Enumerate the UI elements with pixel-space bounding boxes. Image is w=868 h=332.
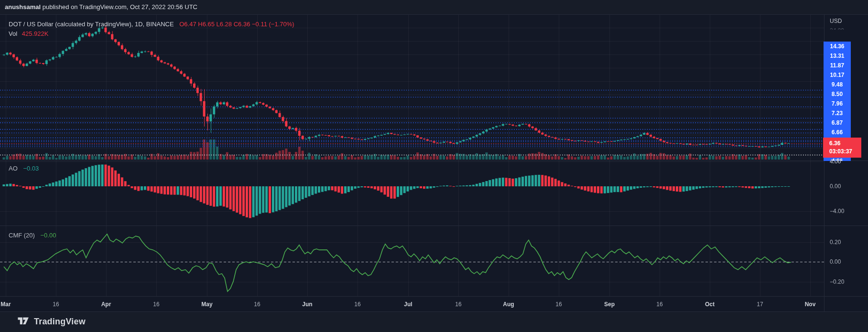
publish-attribution: anushsamal published on TradingView.com,… xyxy=(5,3,197,11)
tradingview-logo-icon xyxy=(17,315,30,328)
time-axis-label: 17 xyxy=(757,301,763,308)
time-axis[interactable]: Mar16Apr16May16Jun16Jul16Aug16Sep16Oct17… xyxy=(0,296,824,311)
ohlc-readout: O6.47 H6.65 L6.28 C6.36 −0.11 (−1.70%) xyxy=(179,21,294,28)
current-price-label[interactable]: 6.36 03:03:37 xyxy=(823,138,861,158)
time-axis-label: Aug xyxy=(503,301,514,308)
symbol-title: DOT / US Dollar (calculated by TradingVi… xyxy=(9,21,174,28)
cmf-legend[interactable]: CMF (20) −0.00 xyxy=(9,232,56,239)
price-level-label: 10.17 xyxy=(824,72,851,78)
price-level-label: 9.48 xyxy=(824,81,851,88)
tradingview-snapshot: anushsamal published on TradingView.com,… xyxy=(0,0,868,332)
tradingview-brand-text: TradingView xyxy=(34,317,86,327)
axis-tick-label: −0.20 xyxy=(830,278,844,285)
symbol-legend[interactable]: DOT / US Dollar (calculated by TradingVi… xyxy=(9,21,294,28)
price-level-label: 8.50 xyxy=(824,91,851,97)
publish-info: published on TradingView.com, Oct 27, 20… xyxy=(41,3,197,11)
footer-divider xyxy=(0,311,868,312)
time-axis-label: 16 xyxy=(153,301,159,308)
cmf-label: CMF (20) xyxy=(9,232,35,239)
price-level-label: 11.87 xyxy=(824,62,851,69)
time-axis-label: Apr xyxy=(101,301,111,308)
header-divider xyxy=(0,14,868,15)
time-axis-label: 16 xyxy=(354,301,360,308)
time-axis-label: 16 xyxy=(555,301,562,308)
price-axis-currency: USD xyxy=(830,18,842,24)
current-price-value: 6.36 xyxy=(829,139,861,148)
time-axis-label: Nov xyxy=(805,301,816,308)
volume-value: 425.922K xyxy=(22,30,49,37)
price-axis-faint-label: 24.00 xyxy=(830,26,844,30)
volume-label: Vol xyxy=(9,30,17,37)
time-axis-label: Mar xyxy=(0,301,11,308)
time-axis-label: May xyxy=(201,301,212,308)
price-level-label: 6.66 xyxy=(824,129,851,136)
price-level-label: 7.96 xyxy=(824,100,851,107)
price-level-label: 14.36 xyxy=(824,43,851,50)
price-level-label: 7.23 xyxy=(824,110,851,117)
ao-value: −0.03 xyxy=(23,165,39,172)
time-axis-label: 16 xyxy=(455,301,461,308)
publisher-username: anushsamal xyxy=(5,3,41,11)
time-axis-label: Jul xyxy=(404,301,412,308)
axis-tick-label: −4.00 xyxy=(830,208,844,214)
bar-countdown: 03:03:37 xyxy=(829,148,861,156)
time-axis-label: Oct xyxy=(705,301,715,308)
volume-legend[interactable]: Vol 425.922K xyxy=(9,30,48,37)
time-axis-label: Jun xyxy=(302,301,312,308)
pane-divider-ao-cmf[interactable] xyxy=(0,225,868,226)
pane-divider-main-ao[interactable] xyxy=(0,161,868,161)
time-axis-label: Sep xyxy=(604,301,615,308)
time-axis-label: 16 xyxy=(656,301,662,308)
tradingview-brand[interactable]: TradingView xyxy=(17,315,86,328)
price-level-label: 13.31 xyxy=(824,53,851,59)
cmf-value: −0.00 xyxy=(41,232,56,239)
ao-legend[interactable]: AO −0.03 xyxy=(9,165,39,172)
axis-tick-label: 0.00 xyxy=(830,258,841,265)
price-level-label: 6.87 xyxy=(824,119,851,126)
axis-tick-label: 0.00 xyxy=(830,183,841,190)
time-axis-label: 16 xyxy=(254,301,260,308)
axis-tick-label: 0.20 xyxy=(830,239,841,246)
ao-label: AO xyxy=(9,165,18,172)
axis-tick-label: 4.00 xyxy=(830,158,841,165)
price-chart-canvas[interactable] xyxy=(0,0,868,332)
time-axis-label: 16 xyxy=(53,301,59,308)
